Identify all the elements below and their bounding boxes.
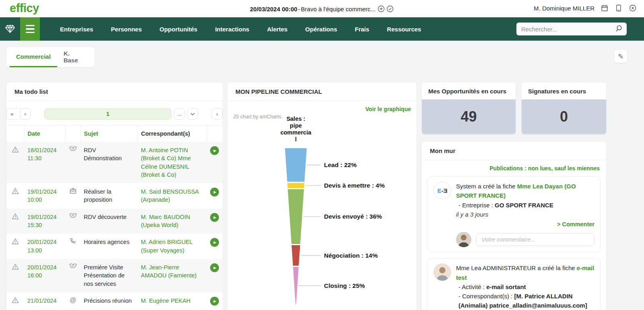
wall-panel-title: Mon mur bbox=[422, 142, 606, 160]
funnel-label: Devis envoyé : 36% bbox=[324, 213, 382, 220]
mobile-device-icon[interactable] bbox=[615, 4, 623, 12]
post-headline: System a créé la fiche Mme Lea Dayan (GO… bbox=[456, 182, 594, 200]
menu-burger-button[interactable] bbox=[20, 17, 40, 41]
warning-icon bbox=[12, 240, 19, 246]
play-action-button[interactable]: ▶ bbox=[210, 146, 219, 155]
play-action-button[interactable]: ▶ bbox=[210, 188, 219, 196]
todo-date[interactable]: 21/01/2024 bbox=[24, 292, 65, 310]
funnel-segment-n-gociation[interactable] bbox=[291, 245, 300, 266]
nav-item-entreprises[interactable]: Entreprises bbox=[51, 17, 102, 41]
nav-links: EntreprisesPersonnesOpportunitésInteract… bbox=[51, 17, 430, 41]
pagination-ellipsis-button[interactable]: ... bbox=[174, 108, 185, 120]
play-action-button[interactable]: ▶ bbox=[210, 263, 219, 272]
main-navbar: EntreprisesPersonnesOpportunitésInteract… bbox=[0, 17, 644, 41]
pagination-next-button[interactable]: › bbox=[212, 108, 223, 120]
comment-input[interactable] bbox=[476, 233, 594, 246]
column-header-correspondents[interactable]: Correspondant(s) bbox=[138, 126, 206, 142]
todo-date[interactable]: 19/01/2024 10:00 bbox=[24, 183, 65, 209]
pagination-current-page[interactable]: 1 bbox=[44, 108, 171, 120]
todo-row: 19/01/2024 15:30RDV découverteM. Marc BA… bbox=[6, 209, 223, 234]
nav-item-opportunites[interactable]: Opportunités bbox=[151, 17, 206, 41]
todo-date[interactable]: 20/01/2024 13:00 bbox=[24, 234, 65, 259]
wall-post: Mme Lea ADMINISTRATEUR a créé la fiche e… bbox=[427, 258, 601, 310]
pagination-first-button[interactable]: « bbox=[6, 108, 17, 120]
phone-icon bbox=[70, 239, 76, 246]
funnel-label: Négociation : 14% bbox=[324, 252, 378, 259]
kpi-opportunities-title: Mes Opportunités en cours bbox=[422, 83, 516, 99]
view-graph-link[interactable]: Voir le graphique bbox=[227, 101, 417, 112]
announcement-text: Bravo à l'équipe commerc... bbox=[301, 6, 376, 12]
handshake-icon bbox=[69, 213, 77, 220]
publications-filter-link[interactable]: Publications : non lues, sauf les mienne… bbox=[422, 160, 606, 175]
funnel-chart: Lead : 22%Devis à emettre : 4%Devis envo… bbox=[227, 145, 413, 310]
todo-subject: Première Visite Présentation de nos serv… bbox=[80, 259, 138, 292]
check-circle-icon[interactable] bbox=[386, 5, 394, 13]
kpi-signatures-card[interactable]: Signatures en cours 0 bbox=[522, 83, 606, 134]
todo-list-panel: Ma todo list « ‹ 1 ... › Date Sujet Corr… bbox=[6, 83, 223, 310]
column-header-subject[interactable]: Sujet bbox=[80, 126, 138, 142]
funnel-label: Closing : 25% bbox=[324, 282, 365, 289]
edit-dashboard-button[interactable]: ✎ bbox=[614, 50, 627, 63]
todo-correspondents[interactable]: M. Marc BAUDOIN (Upeka World) bbox=[138, 209, 206, 234]
nav-item-ressources[interactable]: Ressources bbox=[378, 17, 430, 41]
todo-row: 19/01/2024 10:00Réaliser la propositionM… bbox=[6, 183, 223, 209]
comment-row bbox=[456, 232, 594, 247]
todo-correspondents[interactable]: M. Saïd BENSOUSSA (Arpanade) bbox=[138, 183, 206, 209]
nav-item-alertes[interactable]: Alertes bbox=[258, 17, 296, 41]
gem-icon[interactable] bbox=[0, 17, 20, 41]
pencil-icon: ✎ bbox=[618, 52, 623, 61]
tab-commercial[interactable]: Commercial bbox=[10, 47, 57, 67]
todo-correspondents[interactable]: M. Jean-Pierre AMADOU (Farniente) bbox=[138, 259, 206, 292]
todo-correspondents[interactable]: M. Adrien BRIGUEL (Super Voyages) bbox=[138, 234, 206, 259]
post-body: Mme Lea ADMINISTRATEUR a créé la fiche e… bbox=[456, 263, 594, 310]
kpi-signatures-value: 0 bbox=[522, 99, 606, 134]
todo-row: 20/01/2024 16:00Première Visite Présenta… bbox=[6, 259, 223, 292]
todo-date[interactable]: 18/01/2024 11:30 bbox=[24, 142, 65, 183]
nav-item-interactions[interactable]: Interactions bbox=[206, 17, 258, 41]
todo-date[interactable]: 19/01/2024 15:30 bbox=[24, 209, 65, 234]
play-action-button[interactable]: ▶ bbox=[210, 213, 219, 222]
plus-circle-icon[interactable] bbox=[377, 5, 385, 13]
nav-item-operations[interactable]: Opérations bbox=[296, 17, 346, 41]
current-user[interactable]: M. Dominique MILLER bbox=[534, 5, 594, 12]
kpi-opportunities-card[interactable]: Mes Opportunités en cours 49 bbox=[422, 83, 516, 134]
todo-correspondents[interactable]: M. Antoine POTIN (Broket & Co) Mme Célin… bbox=[138, 142, 206, 183]
funnel-label: Devis à emettre : 4% bbox=[324, 182, 385, 189]
funnel-label: Lead : 22% bbox=[324, 161, 357, 168]
post-headline: Mme Lea ADMINISTRATEUR a créé la fiche e… bbox=[456, 263, 594, 282]
pagination-page-select[interactable] bbox=[187, 108, 198, 120]
todo-subject: Horaires agences bbox=[80, 234, 138, 259]
search-input[interactable] bbox=[521, 26, 615, 33]
nav-item-frais[interactable]: Frais bbox=[346, 17, 378, 41]
todo-date[interactable]: 20/01/2024 16:00 bbox=[24, 259, 65, 292]
page: efficy 20/03/2024 00:00 - Bravo à l'équi… bbox=[0, 0, 644, 310]
pagination-prev-button[interactable]: ‹ bbox=[20, 108, 31, 120]
search-box bbox=[516, 23, 627, 35]
announcement-separator: - bbox=[298, 6, 300, 12]
play-action-button[interactable]: ▶ bbox=[210, 297, 219, 306]
todo-table: Date Sujet Correspondant(s) 18/01/2024 1… bbox=[6, 125, 223, 310]
todo-row: 20/01/2024 13:00Horaires agencesM. Adrie… bbox=[6, 234, 223, 259]
play-action-button[interactable]: ▶ bbox=[210, 238, 219, 247]
handshake-icon bbox=[69, 146, 77, 153]
funnel-segment-devis-envoy-[interactable] bbox=[288, 189, 304, 244]
funnel-segment-closing[interactable] bbox=[293, 267, 299, 305]
todo-correspondents[interactable]: M. Eugène PEKAH bbox=[138, 292, 206, 310]
at-icon: @ bbox=[70, 297, 76, 304]
column-header-date[interactable]: Date bbox=[24, 126, 65, 142]
comment-link[interactable]: > Commenter bbox=[456, 220, 594, 229]
announcement-date: 20/03/2024 00:00 bbox=[250, 6, 297, 12]
todo-subject: Précisions réunion bbox=[80, 292, 138, 310]
tab-k-base[interactable]: K. Base bbox=[57, 47, 91, 67]
search-icon[interactable] bbox=[615, 25, 623, 34]
nav-item-personnes[interactable]: Personnes bbox=[102, 17, 151, 41]
todo-subject: Réaliser la proposition bbox=[80, 183, 138, 209]
funnel-segment-lead[interactable] bbox=[285, 148, 307, 182]
funnel-segment-devis-emettre[interactable] bbox=[287, 183, 304, 188]
avatar bbox=[456, 232, 471, 247]
warning-icon bbox=[12, 189, 19, 196]
logout-icon[interactable] bbox=[629, 4, 637, 12]
kpi-signatures-title: Signatures en cours bbox=[522, 83, 606, 99]
calendar-icon[interactable] bbox=[601, 4, 609, 12]
post-detail: - Activité : e-mail sortant bbox=[458, 282, 594, 291]
